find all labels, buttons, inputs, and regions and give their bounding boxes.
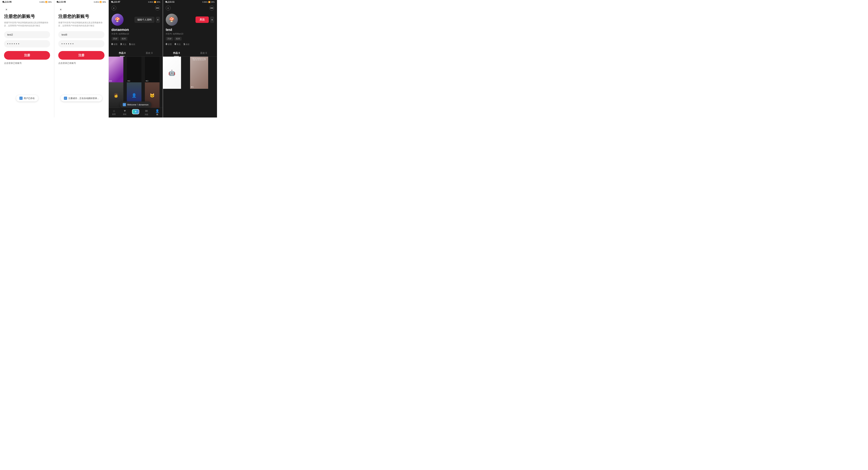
welcome-text: Welcome！doraemon — [127, 103, 149, 106]
stat-likes: 0 获赞 — [112, 42, 118, 46]
profile-header-4: ‹ ••• — [163, 4, 217, 12]
more-button-4[interactable]: ••• — [209, 6, 214, 10]
profile-tag-age: 20岁 — [112, 37, 119, 40]
register-button-2[interactable]: 注册 — [58, 51, 104, 60]
profile-tag-city: 杭州 — [120, 37, 127, 40]
profile-stats-4: 0 获赞 0 关注 1 粉丝 — [166, 42, 214, 46]
nav-plus-3[interactable]: + — [130, 109, 141, 116]
baby-text: My son meeting his baby sister for the f… — [191, 58, 207, 61]
profile-tabs-4: 作品 0 喜欢 0 — [163, 50, 217, 57]
stat-followers[interactable]: 1 粉丝 — [129, 42, 135, 46]
tab-likes-3[interactable]: 喜欢 0 — [135, 50, 163, 57]
profile-tag-city-4: 杭州 — [175, 37, 182, 40]
video-thumb-d1[interactable]: 🤖 ♥4 — [163, 57, 181, 89]
profile-tag-age-4: 20岁 — [166, 37, 173, 40]
video-like-d1: ♥4 — [164, 86, 166, 88]
nav-me-3[interactable]: 👤 我 — [152, 109, 163, 116]
plus-button[interactable]: + — [132, 109, 139, 114]
back-button-4[interactable]: ‹ — [166, 6, 170, 10]
video-thumb-1[interactable]: ♥2 — [109, 57, 123, 83]
toast-icon-1: ✓ — [19, 97, 23, 100]
edit-profile-button[interactable]: 编辑个人资料 — [134, 17, 155, 23]
nav-messages-3[interactable]: ✉ 消息 — [141, 109, 152, 116]
video-like-baby: ♥5 — [191, 86, 193, 88]
username-input-2[interactable] — [58, 31, 104, 38]
video-like-2: ♥3 — [128, 80, 130, 82]
time-3: 晚上11:07 — [111, 1, 120, 3]
tab-works-3[interactable]: 作品 0 — [109, 50, 136, 57]
profile-actions-4: 关注 ▾ — [180, 17, 214, 23]
edit-profile-dropdown[interactable]: ▾ — [156, 17, 160, 23]
status-bar-2: 晚上11:06 0.2K/s 📶 30% — [54, 0, 108, 4]
profile-tags-3: 20岁 杭州 — [112, 37, 160, 40]
video-like-3: ♥0 — [146, 80, 148, 82]
back-button-3[interactable]: ‹ — [112, 6, 116, 10]
profile-top-3: 🍄 编辑个人资料 ▾ — [112, 14, 160, 26]
video-like-1: ♥2 — [110, 80, 112, 82]
avatar-doraemon: 🍄 — [112, 14, 124, 26]
reg-subtitle-1: 请遵守抖音用户协议和隐私政策以及运营商服务协议，运营商用户对你提供的信息进行验证 — [4, 21, 50, 27]
video-grid-4: 🤖 ♥4 My son meeting his baby sister for … — [163, 57, 217, 118]
profile-header-3: ‹ ••• — [109, 4, 163, 12]
more-button-3[interactable]: ••• — [155, 6, 160, 10]
toast-icon-2: ✓ — [64, 97, 67, 100]
toast-container-1: ✓ 用户已存在 — [16, 95, 38, 101]
toast-text-1: 用户已存在 — [24, 97, 35, 100]
profile-username-3: doraemon — [112, 28, 160, 32]
profile-panel-test: 晚上11:11 0.3K/s 📶 29% ‹ ••• 🍄 关注 ▾ test 抖… — [163, 0, 217, 118]
status-bar-1: 晚上11:06 0.2K/s 📶 30% — [0, 0, 54, 4]
profile-section-4: 🍄 关注 ▾ test 抖音号: dy908lan10 20岁 杭州 0 获赞 … — [163, 12, 217, 50]
stat-likes-4: 0 获赞 — [166, 42, 172, 46]
bottom-nav-3: ⌂ 首页 ♥ 朋友 + ✉ 消息 👤 我 — [109, 108, 163, 118]
profile-tags-4: 20岁 杭州 — [166, 37, 214, 40]
username-input-1[interactable] — [4, 31, 50, 38]
welcome-icon: ✓ — [123, 103, 126, 106]
profile-id-3: 抖音号: dy908lan10 — [112, 33, 160, 35]
avatar-icon: 🍄 — [115, 17, 120, 22]
tab-likes-4[interactable]: 喜欢 0 — [190, 50, 217, 57]
video-thumb-baby[interactable]: My son meeting his baby sister for the f… — [190, 57, 208, 89]
stat-following[interactable]: 3 关注 — [120, 42, 126, 46]
registration-panel-2: 晚上11:06 0.2K/s 📶 30% × 注册您的新账号 请遵守抖音用户协议… — [54, 0, 108, 118]
status-icons-3: 0.0K/s 📶 30% — [148, 1, 160, 3]
profile-tabs-3: 作品 0 喜欢 0 — [109, 50, 163, 57]
profile-panel-doraemon: 晚上11:07 0.0K/s 📶 30% ‹ ••• 🍄 编辑个人资料 ▾ do… — [109, 0, 163, 118]
profile-id-4: 抖音号: dy908lan10 — [166, 33, 214, 35]
password-input-1[interactable] — [4, 40, 50, 48]
toast-text-2: 注册成功，正在自动跳转登录... — [68, 97, 99, 100]
register-button-1[interactable]: 注册 — [4, 51, 50, 60]
registration-panel-1: 晚上11:06 0.2K/s 📶 30% × 注册您的新账号 请遵守抖音用户协议… — [0, 0, 54, 118]
video-thumb-2[interactable]: ♥3 — [127, 57, 142, 83]
profile-top-4: 🍄 关注 ▾ — [166, 14, 214, 26]
welcome-toast: ✓ Welcome！doraemon — [120, 101, 151, 108]
login-link-2[interactable]: 点击登录已有账号 — [58, 62, 104, 65]
password-input-2[interactable] — [58, 40, 104, 48]
status-icons-1: 0.2K/s 📶 30% — [39, 1, 52, 3]
close-button-1[interactable]: × — [4, 7, 9, 12]
time-1: 晚上11:06 — [2, 1, 12, 3]
profile-section-3: 🍄 编辑个人资料 ▾ doraemon 抖音号: dy908lan10 20岁 … — [109, 12, 163, 50]
follow-button[interactable]: 关注 — [195, 17, 209, 23]
reg-title-1: 注册您的新账号 — [4, 14, 50, 20]
close-button-2[interactable]: × — [58, 7, 63, 12]
video-grid-3: ♥2 ♥3 ♥0 👩 👤 🐱 — [109, 57, 163, 108]
profile-actions-3: 编辑个人资料 ▾ — [126, 17, 160, 23]
profile-username-4: test — [166, 28, 214, 32]
tab-works-4[interactable]: 作品 0 — [163, 50, 190, 57]
time-2: 晚上11:06 — [57, 1, 66, 3]
error-toast-1: ✓ 用户已存在 — [16, 95, 38, 101]
stat-followers-4[interactable]: 1 粉丝 — [183, 42, 189, 46]
status-icons-4: 0.3K/s 📶 29% — [202, 1, 215, 3]
status-bar-4: 晚上11:11 0.3K/s 📶 29% — [163, 0, 217, 4]
nav-home-3[interactable]: ⌂ 首页 — [109, 109, 120, 116]
avatar-test: 🍄 — [166, 14, 178, 26]
follow-dropdown[interactable]: ▾ — [210, 17, 214, 23]
status-icons-2: 0.2K/s 📶 30% — [94, 1, 106, 3]
profile-stats-3: 0 获赞 3 关注 1 粉丝 — [112, 42, 160, 46]
success-toast-2: ✓ 注册成功，正在自动跳转登录... — [61, 95, 102, 101]
login-link-1[interactable]: 点击登录已有账号 — [4, 62, 50, 65]
stat-following-4[interactable]: 0 关注 — [175, 42, 181, 46]
video-thumb-3[interactable]: ♥0 — [145, 57, 159, 83]
time-4: 晚上11:11 — [165, 1, 175, 3]
nav-friends-3[interactable]: ♥ 朋友 — [119, 109, 130, 116]
